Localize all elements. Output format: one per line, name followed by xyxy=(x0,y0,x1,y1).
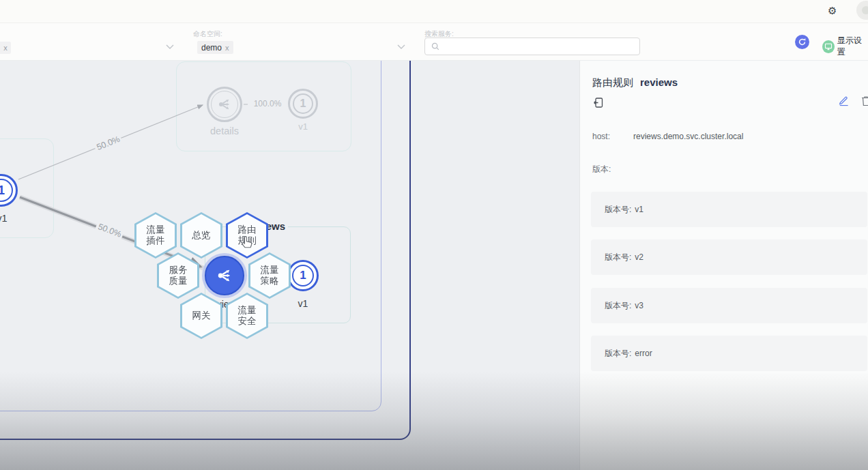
version-row-error[interactable]: 版本号: error xyxy=(591,336,867,371)
display-settings-label: 显示设置 xyxy=(837,35,868,58)
export-doc-icon[interactable] xyxy=(593,97,604,108)
menu-label: 服务质量 xyxy=(167,265,188,287)
route-share-icon xyxy=(214,265,235,286)
version-row-label: 版本号: xyxy=(605,204,631,216)
reviews-service-node[interactable] xyxy=(205,256,244,295)
namespace-label: 命名空间: xyxy=(193,29,222,39)
edit-pencil-icon[interactable] xyxy=(838,94,850,106)
search-input[interactable] xyxy=(444,41,634,52)
display-settings-button[interactable]: 显示设置 xyxy=(822,35,868,58)
host-value: reviews.demo.svc.cluster.local xyxy=(633,132,743,141)
versions-label: 版本: xyxy=(592,164,611,175)
version-value: v2 xyxy=(635,252,643,262)
version-value: v1 xyxy=(635,205,643,214)
version-row-label: 版本号: xyxy=(605,252,631,263)
version-row-v3[interactable]: 版本号: v3 xyxy=(591,288,867,323)
topbar: ⚙ xyxy=(0,0,868,23)
left-v1-label: v1 xyxy=(0,213,12,224)
namespace-tag-text: demo xyxy=(201,43,222,53)
panel-service-name: reviews xyxy=(640,76,678,88)
tag-close-icon[interactable]: x xyxy=(225,44,229,52)
menu-label: 网关 xyxy=(190,310,212,321)
namespace-tag-demo[interactable]: demo x xyxy=(197,41,233,54)
refresh-button[interactable] xyxy=(795,35,809,49)
chevron-down-icon[interactable] xyxy=(166,44,174,50)
reviews-v1-node[interactable]: 1 xyxy=(287,260,319,291)
reviews-v1-label: v1 xyxy=(292,298,314,309)
host-label: host: xyxy=(592,132,610,141)
refresh-icon xyxy=(798,38,807,46)
menu-label: 流量策略 xyxy=(259,265,280,287)
search-icon xyxy=(431,42,440,51)
graph-canvas[interactable]: 100.0% 1 details v1 reviews 50.0% 50.0% xyxy=(0,60,579,470)
version-row-v1[interactable]: 版本号: v1 xyxy=(591,192,867,227)
version-value: error xyxy=(635,349,652,358)
hand-cursor xyxy=(240,235,253,250)
panel-title: 路由规则 reviews xyxy=(592,76,678,89)
version-badge: 1 xyxy=(0,179,13,202)
tag-close-icon[interactable]: x xyxy=(3,44,8,52)
cropped-tag[interactable]: x xyxy=(0,42,11,54)
search-input-wrap[interactable] xyxy=(424,38,640,55)
version-badge: 1 xyxy=(292,265,314,287)
menu-label: 流量插件 xyxy=(145,224,166,246)
version-row-label: 版本号: xyxy=(605,348,631,359)
menu-label: 流量安全 xyxy=(236,305,257,327)
delete-trash-icon[interactable] xyxy=(861,96,868,106)
details-panel: 路由规则 reviews host: reviews.demo.svc.clus… xyxy=(579,60,868,470)
user-avatar[interactable] xyxy=(856,1,868,20)
app-window: ⚙ x 命名空间: demo x 搜索服务: 显示设置 xyxy=(0,0,868,470)
version-row-label: 版本号: xyxy=(605,300,631,312)
version-value: v3 xyxy=(635,301,643,310)
display-icon xyxy=(822,40,835,53)
chevron-down-icon[interactable] xyxy=(397,44,405,50)
toolbar: x 命名空间: demo x 搜索服务: 显示设置 xyxy=(0,23,868,61)
settings-gear-icon[interactable]: ⚙ xyxy=(828,5,837,17)
panel-title-text: 路由规则 xyxy=(592,76,633,89)
version-row-v2[interactable]: 版本号: v2 xyxy=(591,239,867,275)
menu-label: 总览 xyxy=(190,230,212,241)
